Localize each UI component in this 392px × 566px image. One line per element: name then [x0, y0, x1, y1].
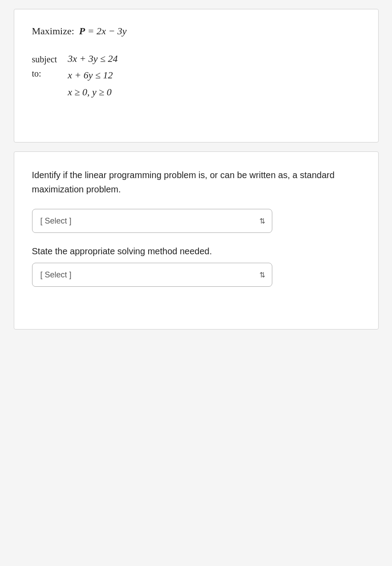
constraint-3: x ≥ 0, y ≥ 0 — [68, 84, 112, 100]
constraint-1: 3x + 3y ≤ 24 — [68, 50, 117, 67]
subject-to-label: subjectto: — [32, 50, 57, 81]
questions-card: Identify if the linear programming probl… — [14, 151, 379, 330]
constraint-2: x + 6y ≤ 12 — [68, 67, 113, 83]
question-2-container: State the appropriate solving method nee… — [32, 246, 360, 287]
select-2-dropdown[interactable]: [ Select ] Simplex Method Graphical Meth… — [32, 263, 272, 287]
objective-variable: P — [79, 25, 85, 37]
objective-function-line: Maximize: P = 2x − 3y — [32, 25, 360, 37]
maximize-label: Maximize: — [32, 25, 74, 37]
problem-card: Maximize: P = 2x − 3y subjectto: 3x + 3y… — [14, 9, 379, 143]
question-1-text: Identify if the linear programming probl… — [32, 168, 360, 196]
select-2-wrapper[interactable]: [ Select ] Simplex Method Graphical Meth… — [32, 263, 272, 287]
constraints-list: 3x + 3y ≤ 24 x + 6y ≤ 12 x ≥ 0, y ≥ 0 — [68, 50, 117, 100]
select-1-wrapper[interactable]: [ Select ] Yes No ⇅ — [32, 209, 272, 233]
question-1-container: Identify if the linear programming probl… — [32, 168, 360, 233]
question-2-text: State the appropriate solving method nee… — [32, 246, 360, 257]
select-1-dropdown[interactable]: [ Select ] Yes No — [32, 209, 272, 233]
constraints-block: subjectto: 3x + 3y ≤ 24 x + 6y ≤ 12 x ≥ … — [32, 50, 360, 100]
